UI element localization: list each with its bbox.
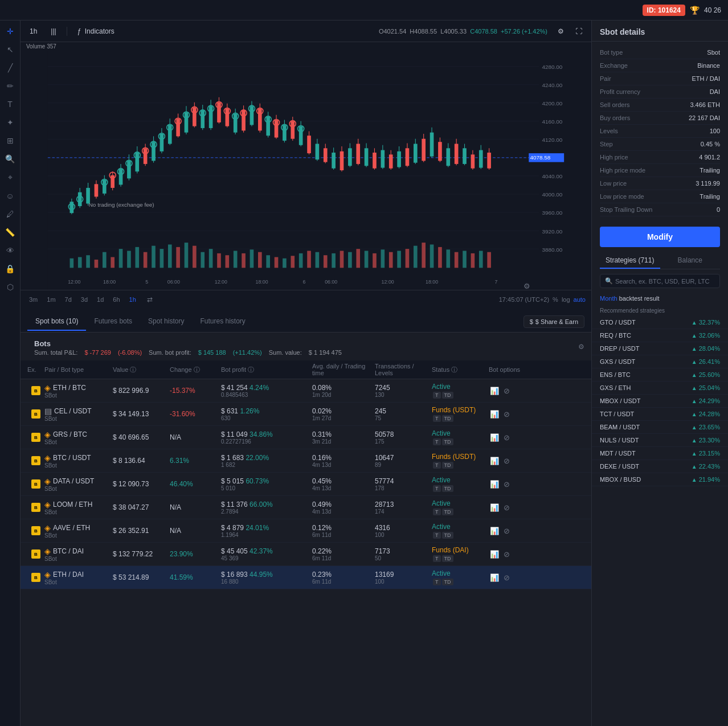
tab-strategies[interactable]: Strategies (711): [600, 253, 660, 269]
profit-main: $ 4 879: [221, 524, 244, 532]
period-3d-btn[interactable]: 3d: [78, 295, 91, 304]
pair-icon-diamond: ◈: [44, 523, 51, 532]
profit-cell: $ 11 049 34.86% 0.22727196: [221, 430, 312, 445]
chart-btn[interactable]: 📊: [489, 409, 500, 420]
detail-label: High price: [600, 154, 628, 161]
chart-btn[interactable]: 📊: [489, 502, 500, 513]
modify-button[interactable]: Modify: [600, 227, 720, 247]
table-row[interactable]: B ◈ ETH / DAI SBot $ 53 214.89 41.59% $ …: [21, 566, 591, 589]
strat-item[interactable]: MBOX / BUSD ▲21.94%: [592, 473, 728, 486]
auto-btn[interactable]: auto: [574, 296, 586, 303]
zoom-icon[interactable]: 🔍: [3, 153, 17, 165]
avg-daily-cell: 0.22% 6m 11d: [312, 547, 375, 561]
cancel-btn[interactable]: ⊘: [502, 526, 511, 536]
table-row[interactable]: B ◈ ETH / BTC SBot $ 822 996.9 -15.37% $…: [21, 379, 591, 403]
chart-btn[interactable]: 📊: [489, 385, 500, 396]
strat-item[interactable]: NULS / USDT ▲23.30%: [592, 434, 728, 447]
crosshair-icon[interactable]: ✛: [5, 25, 15, 38]
settings-btn[interactable]: ⚙: [554, 26, 567, 36]
period-6h-btn[interactable]: 6h: [110, 295, 122, 304]
indicators-btn[interactable]: ƒ Indicators: [74, 26, 118, 36]
lock-icon[interactable]: 🔒: [3, 262, 17, 275]
tab-spot-history[interactable]: Spot history: [140, 313, 192, 331]
layer-icon[interactable]: ⬡: [5, 281, 15, 293]
cancel-btn[interactable]: ⊘: [502, 385, 511, 396]
fullscreen-btn[interactable]: ⛶: [572, 26, 586, 36]
status-cell: Funds (USDT) TTD: [432, 406, 489, 422]
chart-btn[interactable]: 📊: [489, 479, 500, 490]
svg-text:12:00: 12:00: [215, 279, 227, 285]
strat-item[interactable]: DEXE / USDT ▲22.43%: [592, 460, 728, 473]
text-icon[interactable]: T: [6, 98, 14, 110]
cancel-btn[interactable]: ⊘: [502, 456, 511, 466]
strat-item[interactable]: GTO / USDT ▲32.37%: [592, 316, 728, 329]
svg-rect-162: [119, 249, 123, 268]
cancel-btn[interactable]: ⊘: [502, 409, 511, 420]
chart-btn[interactable]: 📊: [489, 549, 500, 560]
tab-futures-bots[interactable]: Futures bots: [86, 313, 140, 331]
chart-btn[interactable]: 📊: [489, 456, 500, 466]
svg-rect-198: [414, 246, 418, 268]
table-row[interactable]: B ◈ AAVE / ETH SBot $ 26 352.91 N/A $ 4 …: [21, 519, 591, 543]
svg-text:⚙: ⚙: [523, 282, 530, 290]
profit-main: $ 16 893: [221, 571, 248, 579]
draw-icon[interactable]: ✏: [5, 80, 15, 92]
cancel-btn[interactable]: ⊘: [502, 432, 511, 443]
table-row[interactable]: B ◈ LOOM / ETH SBot $ 38 047.27 N/A $ 11…: [21, 496, 591, 519]
strat-item[interactable]: ENS / BTC ▲25.60%: [592, 368, 728, 382]
profit-main: $ 11 376: [221, 501, 248, 508]
status-cell: Active TTD: [432, 499, 489, 515]
status-badge: TD: [442, 532, 453, 539]
tab-futures-history[interactable]: Futures history: [192, 313, 253, 331]
measure-icon[interactable]: ⊞: [5, 134, 15, 147]
period-1d-btn[interactable]: 1d: [94, 295, 107, 304]
strat-item[interactable]: MBOX / USDT ▲24.29%: [592, 395, 728, 408]
strat-item[interactable]: MDT / USDT ▲23.15%: [592, 447, 728, 460]
col-profit: Bot profit ⓘ: [221, 366, 312, 374]
pen-icon[interactable]: 🖊: [5, 208, 16, 220]
period-1h-btn[interactable]: 1h: [126, 295, 139, 304]
interval-1h-btn[interactable]: 1h: [26, 26, 40, 36]
value-cell: $ 8 136.64: [113, 457, 170, 465]
strat-item[interactable]: REQ / BTC ▲32.06%: [592, 329, 728, 342]
cancel-btn[interactable]: ⊘: [502, 502, 511, 513]
strat-search-input[interactable]: [615, 278, 715, 285]
filter-icon[interactable]: ⚙: [578, 343, 584, 351]
strat-item[interactable]: DREP / USDT ▲28.04%: [592, 342, 728, 355]
compare-icon[interactable]: ⇄: [147, 296, 153, 303]
trend-line-icon[interactable]: ╱: [6, 61, 14, 74]
pct-btn[interactable]: %: [553, 296, 558, 303]
chart-btn[interactable]: 📊: [489, 432, 500, 443]
strat-search-box[interactable]: 🔍: [600, 274, 720, 288]
tab-balance[interactable]: Balance: [660, 253, 721, 269]
chart-btn[interactable]: 📊: [489, 572, 500, 583]
ruler-icon[interactable]: 📏: [3, 226, 17, 239]
chart-btn[interactable]: 📊: [489, 526, 500, 536]
avg-daily-cell: 0.02% 1m 27d: [312, 407, 375, 421]
strat-item[interactable]: GXS / ETH ▲25.04%: [592, 382, 728, 395]
share-earn-button[interactable]: $ $ Share & Earn: [523, 315, 584, 328]
period-7d-btn[interactable]: 7d: [62, 295, 75, 304]
eye-icon[interactable]: 👁: [5, 244, 16, 257]
table-row[interactable]: B ◈ DATA / USDT SBot $ 12 090.73 46.40% …: [21, 473, 591, 496]
cancel-btn[interactable]: ⊘: [502, 572, 511, 583]
strat-item[interactable]: TCT / USDT ▲24.28%: [592, 408, 728, 421]
svg-rect-181: [275, 257, 279, 268]
emoji-icon[interactable]: ☺: [4, 190, 15, 202]
table-row[interactable]: B ◈ GRS / BTC SBot $ 40 696.65 N/A $ 11 …: [21, 426, 591, 449]
period-1m-btn[interactable]: 1m: [44, 295, 58, 304]
cancel-btn[interactable]: ⊘: [502, 479, 511, 490]
strat-item[interactable]: BEAM / USDT ▲23.65%: [592, 421, 728, 434]
shapes-icon[interactable]: ✦: [5, 116, 15, 129]
table-row[interactable]: B ◈ BTC / DAI SBot $ 132 779.22 23.90% $…: [21, 543, 591, 566]
cursor-icon[interactable]: ↖: [5, 43, 15, 56]
strat-item[interactable]: GXS / USDT ▲26.41%: [592, 355, 728, 368]
table-row[interactable]: B ◈ BTC / USDT SBot $ 8 136.64 6.31% $ 1…: [21, 449, 591, 473]
magnet-icon[interactable]: ⌖: [6, 171, 14, 184]
cancel-btn[interactable]: ⊘: [502, 549, 511, 560]
period-3m-btn[interactable]: 3m: [26, 295, 40, 304]
table-row[interactable]: B ▤ CEL / USDT SBot $ 34 149.13 -31.60% …: [21, 403, 591, 426]
log-btn[interactable]: log: [562, 296, 570, 303]
bar-type-btn[interactable]: |||: [47, 26, 59, 36]
tab-spot-bots[interactable]: Spot bots (10): [27, 313, 86, 331]
